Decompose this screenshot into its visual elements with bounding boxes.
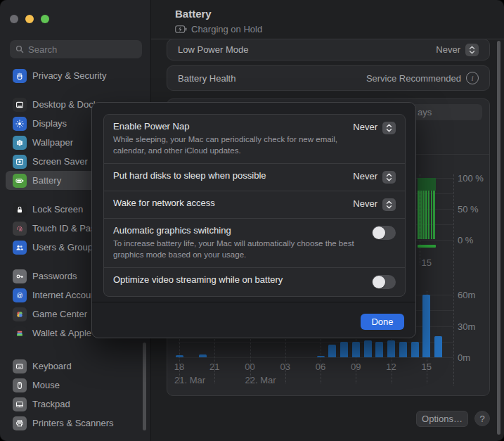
battery-level-bar bbox=[420, 191, 422, 239]
sidebar-item-label: Keyboard bbox=[32, 361, 72, 371]
hand-icon bbox=[13, 69, 27, 83]
usage-bar bbox=[375, 342, 383, 357]
battery-level-bar bbox=[425, 191, 427, 239]
lock-icon bbox=[13, 203, 27, 217]
battery-level-bar bbox=[431, 191, 433, 239]
usage-ytick-label: 60m bbox=[458, 290, 475, 300]
usage-xtick-label: 06 bbox=[316, 362, 325, 372]
sidebar-item-trackpad[interactable]: Trackpad bbox=[6, 395, 146, 414]
minimize-button[interactable] bbox=[25, 15, 34, 23]
toggle-knob bbox=[373, 276, 385, 288]
battery-ytick-label: 0 % bbox=[458, 235, 473, 245]
popup-value: Never bbox=[353, 171, 377, 181]
power-options-dialog: Enable Power NapWhile sleeping, your Mac… bbox=[91, 102, 416, 338]
usage-bar bbox=[340, 342, 348, 357]
info-icon[interactable]: i bbox=[466, 72, 479, 84]
key-icon bbox=[13, 269, 27, 283]
popup-stepper[interactable] bbox=[382, 122, 396, 134]
usage-bar bbox=[387, 340, 395, 357]
dialog-row-control: Never bbox=[353, 198, 396, 211]
toggle-switch[interactable] bbox=[372, 226, 396, 240]
battery-charging-band bbox=[418, 178, 436, 191]
usage-bar bbox=[352, 342, 360, 357]
battery-icon bbox=[13, 174, 27, 188]
low-power-mode-stepper[interactable] bbox=[465, 44, 479, 56]
usage-gridline-0 bbox=[178, 357, 453, 358]
battery-level-bar bbox=[418, 191, 420, 239]
low-power-mode-value: Never bbox=[436, 44, 460, 55]
done-button[interactable]: Done bbox=[361, 314, 404, 330]
dialog-row-control bbox=[372, 274, 396, 289]
at-sign-icon: @ bbox=[13, 288, 27, 302]
sidebar-item-label: Users & Groups bbox=[32, 242, 97, 253]
dialog-row-label: Optimize video streaming while on batter… bbox=[113, 274, 283, 285]
usage-ytick-label: 0m bbox=[458, 352, 470, 363]
usage-bar bbox=[176, 355, 183, 357]
usage-xtick-label: 12 bbox=[386, 362, 396, 372]
usage-bar bbox=[317, 356, 325, 357]
mouse-icon bbox=[13, 378, 27, 392]
sidebar-item-label: Printers & Scanners bbox=[32, 418, 114, 428]
segment-label: ays bbox=[418, 107, 432, 117]
usage-ytick-label: 30m bbox=[458, 321, 475, 331]
sidebar-item-label: Displays bbox=[32, 118, 67, 129]
page-title: Battery bbox=[175, 8, 212, 20]
usage-bar bbox=[199, 354, 207, 357]
sidebar-item-keyboard[interactable]: Keyboard bbox=[6, 357, 146, 376]
date-label: 22. Mar bbox=[245, 375, 276, 385]
sidebar-item-privacy-security[interactable]: Privacy & Security bbox=[6, 66, 146, 85]
sidebar-item-label: Battery bbox=[32, 175, 61, 186]
sidebar-scrollbar[interactable] bbox=[143, 343, 146, 430]
battery-xtick-label: 15 bbox=[422, 257, 432, 268]
date-label: 21. Mar bbox=[174, 375, 205, 385]
options-button[interactable]: Options… bbox=[416, 411, 468, 427]
chart-right-boundary bbox=[453, 174, 454, 385]
close-button[interactable] bbox=[10, 15, 18, 23]
sidebar-item-mouse[interactable]: Mouse bbox=[6, 376, 146, 395]
dialog-row-text: Put hard disks to sleep when possible bbox=[113, 170, 266, 184]
usage-bar bbox=[411, 342, 419, 357]
dialog-row-automatic-graphics-switching: Automatic graphics switchingTo increase … bbox=[104, 218, 405, 267]
trackpad-icon bbox=[13, 397, 27, 411]
dialog-row-control: Never bbox=[353, 170, 396, 184]
usage-xtick-label: 21 bbox=[209, 362, 219, 372]
popup-stepper[interactable] bbox=[382, 198, 396, 211]
dialog-options-group: Enable Power NapWhile sleeping, your Mac… bbox=[103, 114, 406, 297]
help-button[interactable]: ? bbox=[474, 411, 490, 426]
battery-status-text: Charging on Hold bbox=[191, 24, 262, 34]
dialog-row-description: While sleeping, your Mac can periodicall… bbox=[113, 134, 346, 156]
sidebar-item-printers-scanners[interactable]: Printers & Scanners bbox=[6, 414, 146, 433]
battery-charging-marker bbox=[418, 245, 436, 248]
sidebar-item-label: Lock Screen bbox=[32, 204, 83, 215]
toggle-switch[interactable] bbox=[372, 275, 396, 289]
usage-bar bbox=[422, 295, 430, 357]
dialog-footer-divider bbox=[92, 302, 415, 302]
low-power-mode-label: Low Power Mode bbox=[178, 44, 248, 55]
dialog-row-label: Wake for network access bbox=[113, 198, 215, 208]
flower-icon bbox=[13, 136, 27, 150]
dialog-row-text: Optimize video streaming while on batter… bbox=[113, 274, 283, 289]
dialog-row-text: Automatic graphics switchingTo increase … bbox=[113, 225, 356, 260]
wallet-icon bbox=[13, 326, 27, 340]
sidebar-item-label: Passwords bbox=[32, 271, 77, 281]
zoom-button[interactable] bbox=[41, 15, 49, 23]
printer-icon bbox=[13, 416, 27, 430]
battery-ytick-label: 100 % bbox=[458, 173, 484, 184]
dialog-row-text: Enable Power NapWhile sleeping, your Mac… bbox=[113, 121, 346, 156]
usage-xtick-label: 00 bbox=[245, 362, 254, 372]
battery-status: Charging on Hold bbox=[175, 24, 262, 34]
dialog-row-label: Put hard disks to sleep when possible bbox=[113, 170, 266, 181]
low-power-mode-row: Low Power Mode Never bbox=[167, 39, 490, 60]
search-icon bbox=[15, 45, 24, 53]
popup-stepper[interactable] bbox=[382, 171, 396, 184]
sidebar-item-label: Desktop & Dock bbox=[32, 99, 98, 110]
search-input[interactable]: Search bbox=[10, 40, 142, 58]
search-placeholder: Search bbox=[28, 44, 57, 55]
sidebar-item-label: Privacy & Security bbox=[32, 70, 106, 81]
screensaver-icon bbox=[13, 155, 27, 169]
dialog-row-put-hard-disks-to-sleep-when-possible: Put hard disks to sleep when possibleNev… bbox=[104, 163, 405, 191]
content-scrollbar[interactable] bbox=[497, 41, 500, 435]
dialog-row-wake-for-network-access: Wake for network accessNever bbox=[104, 191, 405, 218]
battery-ytick-label: 50 % bbox=[458, 204, 479, 215]
dialog-row-text: Wake for network access bbox=[113, 198, 215, 211]
